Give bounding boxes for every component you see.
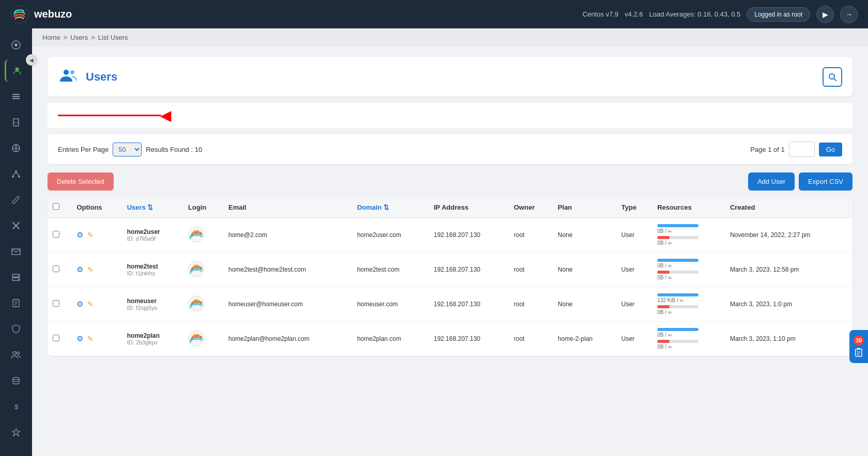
svg-point-9 <box>15 170 17 172</box>
sidebar-item-dashboard[interactable] <box>5 34 27 56</box>
row-username: home2test <box>127 263 178 270</box>
header-left: webuzo <box>10 5 72 24</box>
row-login[interactable] <box>183 322 223 356</box>
row-edit-icon[interactable]: ✎ <box>87 335 94 343</box>
row-userid: ID: t1jnkihy <box>127 270 178 276</box>
breadcrumb: Home > Users > List Users <box>32 28 868 46</box>
row-domain: home2plan.com <box>352 322 428 356</box>
sidebar-item-bookmark[interactable] <box>5 111 27 134</box>
row-edit-icon[interactable]: ✎ <box>87 265 94 274</box>
row-user: homeuser ID: f2ojg5yo <box>122 287 183 322</box>
row-select-checkbox[interactable] <box>53 265 59 272</box>
row-login[interactable] <box>183 218 223 253</box>
row-checkbox[interactable] <box>48 287 71 322</box>
sidebar-item-network[interactable] <box>5 163 27 185</box>
controls-bar: Entries Per Page 10 25 50 100 Results Fo… <box>48 134 853 164</box>
table-row: ⚙ ✎ homeuser ID: f2ojg5yo homeuser@homeu <box>48 287 853 322</box>
row-checkbox[interactable] <box>48 322 71 356</box>
add-user-button[interactable]: Add User <box>748 172 795 191</box>
svg-point-25 <box>13 352 16 355</box>
row-plan: None <box>553 253 616 287</box>
col-users[interactable]: Users ⇅ <box>122 197 183 218</box>
sidebar-item-list[interactable] <box>5 85 27 108</box>
sidebar-item-tools[interactable] <box>5 214 27 237</box>
sidebar-item-security[interactable] <box>5 318 27 340</box>
svg-point-20 <box>18 279 19 280</box>
row-resources: 132 KiB / ∞ 0B / ∞ <box>652 287 725 322</box>
col-options: Options <box>71 197 121 218</box>
sidebar-item-more[interactable] <box>5 421 27 444</box>
row-plan: None <box>553 218 616 253</box>
col-domain[interactable]: Domain ⇅ <box>352 197 428 218</box>
row-ip: 192.168.207.130 <box>429 218 509 253</box>
sidebar-item-globe[interactable] <box>5 137 27 160</box>
logo-text: webuzo <box>34 8 72 20</box>
row-options: ⚙ ✎ <box>71 218 121 253</box>
red-arrow: ◀ <box>58 107 172 124</box>
row-settings-icon[interactable]: ⚙ <box>76 300 83 308</box>
row-settings-icon[interactable]: ⚙ <box>76 230 83 239</box>
svg-point-11 <box>18 176 20 178</box>
row-login[interactable] <box>183 287 223 322</box>
delete-selected-button[interactable]: Delete Selected <box>48 172 114 191</box>
row-resources: 0B / ∞ 0B / ∞ <box>652 322 725 356</box>
row-settings-icon[interactable]: ⚙ <box>76 265 83 274</box>
login-icon <box>188 261 205 277</box>
row-settings-icon[interactable]: ⚙ <box>76 334 83 343</box>
row-owner: root <box>508 253 552 287</box>
login-icon <box>188 226 205 243</box>
row-domain: homeuser.com <box>352 287 428 322</box>
row-options: ⚙ ✎ <box>71 287 121 322</box>
sidebar: $ <box>0 28 32 456</box>
sidebar-item-users[interactable] <box>5 59 27 82</box>
row-edit-icon[interactable]: ✎ <box>87 231 94 239</box>
row-user: home2plan ID: 2b3gfqxr <box>122 322 183 356</box>
logged-in-button[interactable]: Logged in as root <box>747 7 810 22</box>
logout-button[interactable]: → <box>840 6 858 23</box>
row-created: March 3, 2023, 1:0 pm <box>725 287 853 322</box>
table-header-row: Options Users ⇅ Login Email Domain ⇅ IP … <box>48 197 853 218</box>
col-type: Type <box>616 197 653 218</box>
svg-point-2 <box>14 43 18 46</box>
page-number-input[interactable] <box>789 141 815 157</box>
row-domain: home2test.com <box>352 253 428 287</box>
sidebar-item-logs[interactable] <box>5 292 27 315</box>
sidebar-item-mail[interactable] <box>5 240 27 263</box>
export-csv-button[interactable]: Export CSV <box>799 172 853 191</box>
row-userid: ID: 2b3gfqxr <box>127 339 178 345</box>
row-edit-icon[interactable]: ✎ <box>87 300 94 308</box>
breadcrumb-users[interactable]: Users <box>70 34 88 41</box>
webuzo-logo <box>10 5 29 24</box>
row-select-checkbox[interactable] <box>53 231 59 238</box>
entries-per-page-select[interactable]: 10 25 50 100 <box>113 143 142 156</box>
sidebar-item-wrench[interactable] <box>5 188 27 211</box>
results-found: Results Found : 10 <box>146 146 202 153</box>
breadcrumb-home[interactable]: Home <box>42 34 60 41</box>
row-username: homeuser <box>127 297 178 305</box>
sidebar-item-server[interactable] <box>5 266 27 289</box>
col-ip: IP Address <box>429 197 509 218</box>
terminal-button[interactable]: ▶ <box>816 6 834 23</box>
row-select-checkbox[interactable] <box>53 335 59 341</box>
row-user: home2test ID: t1jnkihy <box>122 253 183 287</box>
row-checkbox[interactable] <box>48 218 71 253</box>
svg-line-13 <box>16 172 19 176</box>
row-options: ⚙ ✎ <box>71 253 121 287</box>
sidebar-item-database[interactable] <box>5 369 27 392</box>
row-select-checkbox[interactable] <box>53 300 59 307</box>
notification-badge[interactable]: 30 <box>849 330 868 363</box>
row-checkbox[interactable] <box>48 253 71 287</box>
sidebar-toggle[interactable]: ◀ <box>26 54 37 66</box>
sidebar-item-accounts[interactable] <box>5 343 27 366</box>
sidebar-item-billing[interactable]: $ <box>5 395 27 418</box>
row-type: User <box>616 287 653 322</box>
row-type: User <box>616 253 653 287</box>
search-button[interactable] <box>823 67 842 87</box>
page-info: Page 1 of 1 <box>750 146 785 153</box>
svg-point-29 <box>64 70 69 75</box>
row-email: home@2.com <box>223 218 352 253</box>
row-email: home2test@home2test.com <box>223 253 352 287</box>
go-button[interactable]: Go <box>819 143 842 156</box>
row-login[interactable] <box>183 253 223 287</box>
select-all-checkbox[interactable] <box>53 203 59 210</box>
